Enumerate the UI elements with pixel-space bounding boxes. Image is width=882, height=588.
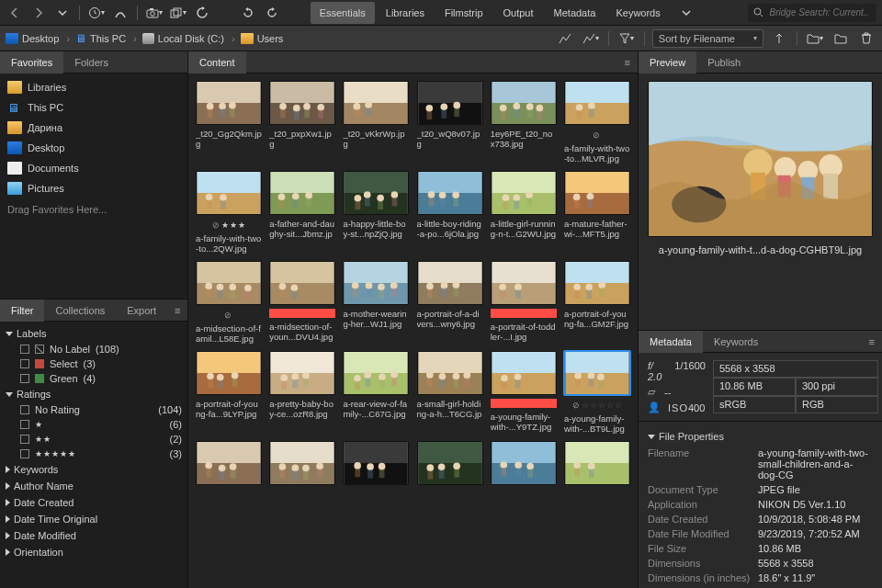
thumbnail[interactable]: a-small-girl-holding-a-h...T6CG.jpg: [416, 351, 482, 434]
panel-menu-icon[interactable]: ≡: [167, 305, 187, 316]
thumbnail[interactable]: a-portrait-of-young-fa...GM2F.jpg: [564, 261, 630, 344]
thumbnail[interactable]: ⊘★★★a-family-with-two-to...2QW.jpg: [196, 171, 262, 254]
open-icon[interactable]: [831, 28, 851, 49]
panel-tab-content[interactable]: Content: [188, 51, 246, 74]
crumb-users[interactable]: Users: [241, 33, 284, 44]
thumbnail[interactable]: a-portrait-of-young-fa...9LYP.jpg: [196, 351, 262, 434]
boomerang-icon[interactable]: [111, 4, 130, 22]
filter-collapsed[interactable]: Author Name: [0, 478, 187, 494]
sort-dropdown[interactable]: Sort by Filename▾: [652, 29, 763, 48]
filter-row[interactable]: ★★★★★(3): [0, 447, 187, 461]
tabs-more-icon[interactable]: [677, 4, 695, 22]
nav-forward-icon[interactable]: [29, 4, 48, 22]
fav-documents[interactable]: Documents: [0, 158, 187, 178]
fav-pictures[interactable]: Pictures: [0, 178, 187, 198]
fav-user[interactable]: Дарина: [0, 118, 187, 138]
thumbnail[interactable]: _t20_Gg2Qkm.jpg: [196, 81, 262, 164]
file-properties-header[interactable]: File Properties: [648, 427, 873, 446]
filter-collapsed[interactable]: Orientation: [0, 544, 187, 560]
thumbnail[interactable]: _t20_vKkrWp.jpg: [343, 81, 409, 164]
thumbnail[interactable]: _t20_wQ8v07.jpg: [416, 81, 482, 164]
batch-icon[interactable]: ▾: [169, 4, 187, 22]
panel-tab-preview[interactable]: Preview: [639, 51, 696, 74]
filter-row[interactable]: Green(4): [0, 371, 187, 386]
new-folder-icon[interactable]: ▾: [805, 28, 825, 49]
filter-row[interactable]: ★★(2): [0, 432, 187, 447]
filter-ratings-header[interactable]: Ratings: [0, 386, 187, 402]
thumbnail[interactable]: a-pretty-baby-boy-ce...ozR8.jpg: [269, 351, 335, 434]
rotate-ccw-icon[interactable]: [239, 4, 257, 22]
filter-collapsed[interactable]: Date Time Original: [0, 511, 187, 527]
filter-collapsed[interactable]: Date Created: [0, 494, 187, 511]
panel-tab-keywords2[interactable]: Keywords: [703, 331, 769, 353]
thumbnail[interactable]: _t20_pxpXw1.jpg: [269, 81, 335, 164]
nav-back-icon[interactable]: [6, 4, 24, 22]
thumbnail[interactable]: a-father-and-daughy-sit...Jbmz.jpg: [269, 171, 335, 254]
thumbnail[interactable]: a-little-boy-riding-a-po...6jOla.jpg: [416, 171, 482, 254]
fav-thispc[interactable]: 🖥This PC: [0, 97, 187, 118]
search-input[interactable]: [768, 6, 871, 18]
thumb-quality-dropdown-icon[interactable]: ▾: [581, 28, 601, 49]
tab-output[interactable]: Output: [494, 2, 543, 24]
thumbnail[interactable]: a-portrait-of-a-divers...wny6.jpg: [416, 261, 482, 344]
rotate-cw-icon[interactable]: [263, 4, 281, 22]
panel-tab-export[interactable]: Export: [116, 300, 167, 322]
tab-libraries[interactable]: Libraries: [377, 2, 434, 24]
filter-collapsed[interactable]: Keywords: [0, 461, 187, 478]
thumb-caption: a-portrait-of-a-divers...wny6.jpg: [417, 309, 483, 329]
camera-icon[interactable]: ▾: [145, 4, 164, 22]
search-box[interactable]: [748, 4, 876, 22]
filter-funnel-icon[interactable]: ▾: [616, 28, 637, 49]
thumbnail[interactable]: a-midsection-of-youn...DVU4.jpg: [269, 261, 335, 344]
svg-point-231: [453, 462, 460, 469]
panel-tab-favorites[interactable]: Favorites: [0, 51, 63, 74]
panel-tab-folders[interactable]: Folders: [63, 51, 119, 74]
fav-desktop[interactable]: Desktop: [0, 138, 187, 158]
thumbnail[interactable]: a-little-girl-running-n-t...G2WU.jpg: [491, 171, 557, 254]
tab-keywords[interactable]: Keywords: [606, 2, 669, 24]
thumbnail[interactable]: a-rear-view-of-family-...C67G.jpg: [343, 351, 409, 434]
fav-libraries[interactable]: Libraries: [0, 77, 187, 97]
crumb-desktop[interactable]: Desktop›: [6, 33, 70, 44]
filter-row[interactable]: ★(6): [0, 417, 187, 432]
tab-metadata[interactable]: Metadata: [545, 2, 605, 24]
thumbnail[interactable]: ⊘a-midsection-of-famil...L58E.jpg: [196, 261, 262, 344]
filter-row[interactable]: No Label(108): [0, 342, 187, 356]
thumb-quality-icon[interactable]: [555, 28, 575, 49]
thumbnail[interactable]: ⊘a-family-with-two-to...MLVR.jpg: [564, 81, 630, 164]
panel-tab-metadata[interactable]: Metadata: [639, 331, 703, 353]
thumbnail[interactable]: ⊘☆☆☆☆☆a-young-family-with-...BT9L.jpg: [564, 351, 630, 434]
crumb-thispc[interactable]: 🖥This PC›: [75, 32, 137, 45]
trash-icon[interactable]: [856, 28, 876, 49]
tab-essentials[interactable]: Essentials: [311, 2, 375, 24]
panel-menu-icon[interactable]: ≡: [617, 57, 638, 68]
sort-asc-icon[interactable]: [769, 28, 789, 49]
thumbnail[interactable]: a-young-family-with-...Y9TZ.jpg: [491, 351, 557, 434]
thumbnail[interactable]: [343, 441, 409, 509]
nav-recent-icon[interactable]: [53, 4, 72, 22]
thumbnail[interactable]: a-mature-father-wi-...MFT5.jpg: [564, 171, 630, 254]
history-icon[interactable]: ▾: [87, 4, 106, 22]
thumbnail[interactable]: a-happy-little-boy-st...npZjQ.jpg: [343, 171, 409, 254]
thumbnail[interactable]: 1ey6PE_t20_nox738.jpg: [491, 81, 557, 164]
svg-rect-70: [345, 193, 408, 214]
refresh-icon[interactable]: [193, 4, 211, 22]
panel-menu-icon[interactable]: ≡: [862, 336, 882, 347]
filter-row[interactable]: Select(3): [0, 356, 187, 371]
panel-tab-filter[interactable]: Filter: [0, 300, 44, 322]
thumbnail[interactable]: [564, 441, 630, 509]
thumbnail[interactable]: a-portrait-of-toddler-...I.jpg: [491, 261, 557, 344]
svg-rect-15: [271, 82, 334, 103]
thumbnail[interactable]: [269, 441, 335, 509]
filter-row[interactable]: No Rating(104): [0, 402, 187, 417]
thumbnail[interactable]: a-mother-wearing-her...WJ1.jpg: [343, 261, 409, 344]
thumbnail[interactable]: [491, 441, 557, 509]
thumbnail[interactable]: [196, 441, 262, 509]
panel-tab-collections[interactable]: Collections: [44, 300, 116, 322]
crumb-disk[interactable]: Local Disk (C:)›: [142, 33, 235, 44]
panel-tab-publish[interactable]: Publish: [696, 51, 752, 74]
filter-labels-header[interactable]: Labels: [0, 325, 187, 342]
thumbnail[interactable]: [416, 441, 482, 509]
tab-filmstrip[interactable]: Filmstrip: [435, 2, 492, 24]
filter-collapsed[interactable]: Date Modified: [0, 527, 187, 544]
